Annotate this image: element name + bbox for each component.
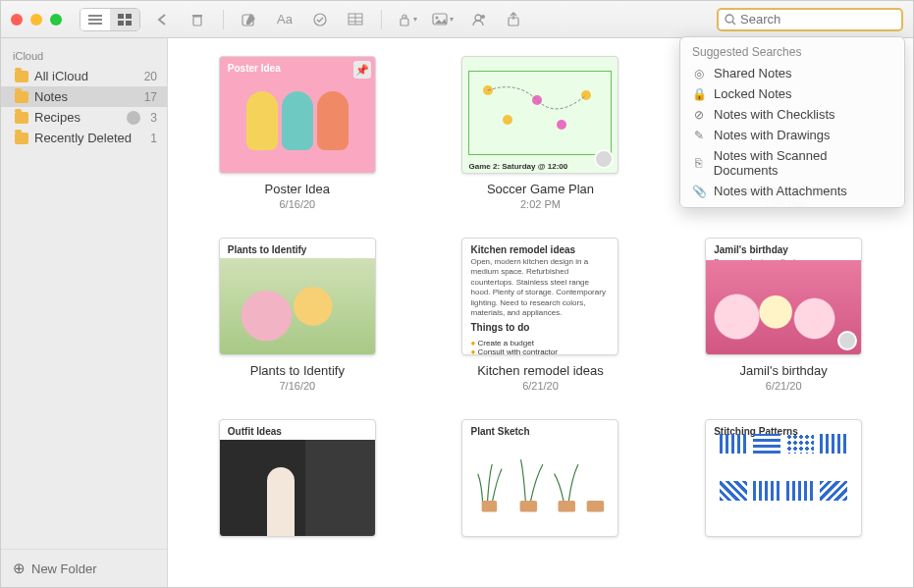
- thumbnail-title: Jamil's birthday: [706, 239, 861, 257]
- new-folder-label: New Folder: [31, 561, 96, 576]
- suggested-label: Notes with Drawings: [714, 128, 831, 142]
- search-field[interactable]: [717, 8, 903, 31]
- plus-icon: ⊕: [13, 560, 26, 577]
- minimize-window-button[interactable]: [30, 14, 42, 26]
- grid-view-button[interactable]: [110, 9, 139, 30]
- back-button[interactable]: [148, 9, 176, 30]
- suggested-shared-notes[interactable]: ◎ Shared Notes: [680, 63, 904, 83]
- checklist-icon: ⊘: [692, 108, 706, 122]
- checklist-button[interactable]: [306, 9, 334, 30]
- note-thumbnail: Outfit Ideas: [219, 419, 376, 537]
- note-card[interactable]: Plants to Identify Plants to Identify 7/…: [195, 238, 400, 392]
- thumbnail-title: Kitchen remodel ideas: [462, 239, 618, 257]
- search-container: [717, 8, 903, 31]
- note-card[interactable]: Game 2: Saturday @ 12:00 Soccer Game Pla…: [439, 56, 643, 210]
- share-button[interactable]: [500, 9, 527, 30]
- zoom-window-button[interactable]: [50, 14, 62, 26]
- note-date: 7/16/20: [195, 380, 400, 392]
- suggested-drawings[interactable]: ✎ Notes with Drawings: [680, 125, 904, 145]
- note-thumbnail: Kitchen remodel ideas Open, modern kitch…: [461, 238, 618, 355]
- suggested-scanned[interactable]: ⎘ Notes with Scanned Documents: [680, 145, 904, 181]
- sidebar-item-count: 20: [144, 70, 157, 83]
- sidebar-item-all-icloud[interactable]: All iCloud 20: [1, 66, 167, 86]
- sidebar: iCloud All iCloud 20 Notes 17 Recipes 3 …: [1, 38, 168, 587]
- svg-rect-2: [88, 23, 102, 25]
- search-input[interactable]: [740, 12, 895, 27]
- sidebar-item-label: Recently Deleted: [34, 131, 132, 145]
- svg-rect-4: [126, 14, 132, 19]
- sidebar-item-label: Notes: [34, 89, 68, 104]
- svg-point-19: [481, 15, 485, 19]
- note-thumbnail: Jamil's birthday Buy cupcake ingredients: [705, 238, 862, 355]
- thumbnail-list-item: Consult with contractor: [470, 347, 610, 355]
- note-date: 2:02 PM: [439, 198, 643, 210]
- folder-icon: [15, 71, 28, 82]
- svg-rect-0: [88, 15, 102, 17]
- media-button[interactable]: ▾: [429, 9, 457, 30]
- suggested-label: Shared Notes: [714, 66, 792, 80]
- attachment-icon: 📎: [692, 185, 706, 198]
- note-card[interactable]: Outfit Ideas: [195, 419, 400, 537]
- note-thumbnail: Plant Sketch: [461, 419, 618, 537]
- note-card[interactable]: Stitching Patterns: [681, 419, 886, 537]
- sidebar-item-count: 1: [150, 132, 157, 145]
- list-view-button[interactable]: [81, 9, 110, 30]
- sidebar-item-notes[interactable]: Notes 17: [1, 86, 167, 107]
- svg-point-18: [475, 15, 481, 21]
- app-window: Aa ▾ ▾ Suggested Searches ◎ Shared Notes…: [0, 0, 914, 588]
- svg-rect-29: [520, 501, 538, 512]
- scan-icon: ⎘: [692, 156, 706, 170]
- svg-point-17: [436, 16, 439, 19]
- suggested-searches-popover: Suggested Searches ◎ Shared Notes 🔒 Lock…: [679, 36, 905, 208]
- shared-badge-icon: [127, 111, 140, 125]
- svg-rect-1: [88, 19, 102, 21]
- thumbnail-title: Poster Idea: [220, 57, 375, 76]
- lock-icon: 🔒: [692, 87, 706, 101]
- note-card[interactable]: Kitchen remodel ideas Open, modern kitch…: [439, 238, 643, 392]
- sidebar-item-recipes[interactable]: Recipes 3: [1, 107, 167, 128]
- drawing-icon: ✎: [692, 129, 706, 142]
- note-card[interactable]: Poster Idea 📌 Poster Idea 6/16/20: [195, 56, 400, 210]
- svg-rect-8: [192, 15, 202, 17]
- suggested-label: Locked Notes: [714, 86, 792, 101]
- view-toggle: [80, 8, 140, 31]
- svg-rect-30: [559, 501, 576, 512]
- suggested-label: Notes with Attachments: [714, 184, 847, 198]
- note-card[interactable]: Plant Sketch: [439, 419, 643, 537]
- sidebar-item-label: All iCloud: [34, 69, 88, 83]
- note-date: 6/21/20: [681, 380, 886, 392]
- titlebar: Aa ▾ ▾ Suggested Searches ◎ Shared Notes…: [1, 1, 913, 38]
- thumbnail-list-item: Create a budget: [470, 339, 610, 347]
- close-window-button[interactable]: [11, 14, 23, 26]
- table-button[interactable]: [342, 9, 369, 30]
- lock-button[interactable]: ▾: [394, 9, 421, 30]
- thumbnail-title: Plants to Identify: [220, 239, 375, 257]
- format-button[interactable]: Aa: [271, 9, 298, 30]
- svg-rect-7: [193, 17, 201, 26]
- new-folder-button[interactable]: ⊕ New Folder: [1, 549, 167, 587]
- suggested-locked-notes[interactable]: 🔒 Locked Notes: [680, 83, 904, 104]
- suggested-checklists[interactable]: ⊘ Notes with Checklists: [680, 104, 904, 125]
- suggested-attachments[interactable]: 📎 Notes with Attachments: [680, 181, 904, 201]
- compose-button[interactable]: [236, 9, 263, 30]
- note-title: Kitchen remodel ideas: [439, 363, 643, 378]
- suggested-label: Notes with Checklists: [714, 107, 835, 122]
- pin-icon[interactable]: 📌: [353, 61, 371, 79]
- collaborate-button[interactable]: [464, 9, 492, 30]
- note-title: Jamil's birthday: [681, 363, 886, 378]
- note-card[interactable]: Jamil's birthday Buy cupcake ingredients…: [681, 238, 886, 392]
- suggested-label: Notes with Scanned Documents: [714, 148, 892, 178]
- svg-point-24: [503, 115, 512, 125]
- note-title: Poster Idea: [195, 182, 400, 196]
- svg-point-10: [314, 14, 326, 26]
- folder-icon: [15, 91, 28, 103]
- svg-line-22: [732, 22, 735, 25]
- sidebar-item-label: Recipes: [34, 110, 81, 125]
- thumbnail-body: Open, modern kitchen design in a medium …: [462, 257, 618, 318]
- delete-button[interactable]: [184, 9, 211, 30]
- sidebar-section-header: iCloud: [1, 46, 167, 66]
- sidebar-item-recently-deleted[interactable]: Recently Deleted 1: [1, 128, 167, 148]
- svg-rect-31: [587, 501, 605, 512]
- search-icon: [725, 14, 736, 26]
- svg-rect-28: [482, 501, 498, 512]
